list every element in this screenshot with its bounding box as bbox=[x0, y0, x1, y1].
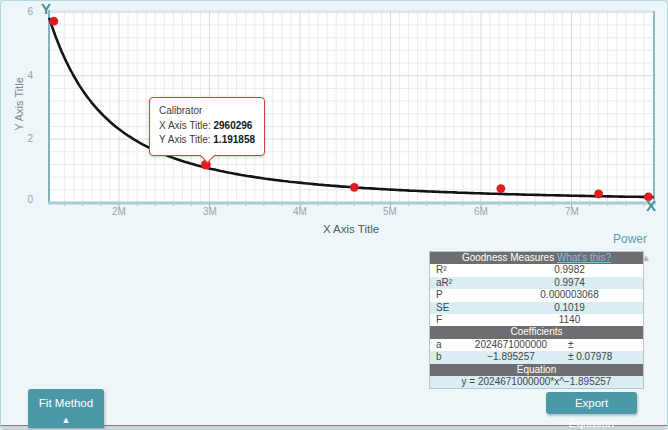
row-error: ± 2275000000000 bbox=[564, 339, 643, 351]
row-label: SE bbox=[430, 302, 496, 314]
data-point[interactable] bbox=[49, 17, 58, 26]
calibrator-tooltip: Calibrator X Axis Title: 2960296 Y Axis … bbox=[149, 97, 265, 156]
y-axis-drag-handle[interactable]: Y bbox=[41, 0, 51, 17]
data-point[interactable] bbox=[497, 184, 506, 193]
x-tick-7m: 7M bbox=[557, 206, 587, 217]
table-row-p: P 0.000003068 bbox=[430, 289, 643, 301]
table-row-coef-b: b −1.895257 ± 0.07978 bbox=[430, 351, 643, 363]
fit-method-button[interactable]: Fit Method ▲ bbox=[28, 389, 104, 428]
x-tick-5m: 5M bbox=[375, 206, 405, 217]
row-value: 0.1019 bbox=[496, 302, 643, 314]
row-label: F bbox=[430, 314, 496, 326]
coefficients-header: Coefficients bbox=[430, 326, 643, 338]
tooltip-x-value: 2960296 bbox=[213, 120, 252, 131]
tooltip-y-value: 1.191858 bbox=[213, 134, 255, 145]
data-point[interactable] bbox=[594, 190, 603, 199]
y-tick-2: 2 bbox=[13, 133, 33, 144]
fit-method-label: Fit Method bbox=[39, 397, 93, 409]
row-value: 0.9974 bbox=[496, 277, 643, 289]
row-error: ± 0.07978 bbox=[564, 351, 643, 363]
row-label: a bbox=[430, 339, 458, 351]
equation-header: Equation bbox=[430, 364, 643, 376]
whats-this-link[interactable]: What's this? bbox=[557, 252, 611, 263]
goodness-measures-header: Goodness Measures What's this? bbox=[430, 252, 643, 264]
x-tick-6m: 6M bbox=[466, 206, 496, 217]
plot-area bbox=[49, 11, 655, 203]
tooltip-x-row: X Axis Title: 2960296 bbox=[159, 119, 255, 134]
export-equation-button[interactable]: Export Equation bbox=[546, 392, 637, 414]
y-axis-title: Y Axis Title bbox=[13, 77, 25, 131]
row-label: aR² bbox=[430, 277, 496, 289]
x-axis-title: X Axis Title bbox=[323, 223, 379, 235]
table-row-ar2: aR² 0.9974 bbox=[430, 277, 643, 289]
table-row-coef-a: a 2024671000000 ± 2275000000000 bbox=[430, 339, 643, 351]
tooltip-title: Calibrator bbox=[159, 104, 255, 119]
results-panel: Goodness Measures What's this? R² 0.9982… bbox=[429, 251, 644, 389]
y-tick-0: 0 bbox=[13, 194, 33, 205]
row-label: R² bbox=[430, 264, 496, 276]
x-tick-3m: 3M bbox=[195, 206, 225, 217]
tooltip-y-label: Y Axis Title: bbox=[159, 134, 211, 145]
equation-text: y = 2024671000000*x^−1.895257 bbox=[430, 376, 643, 388]
data-point[interactable] bbox=[350, 183, 359, 192]
row-label: b bbox=[430, 351, 458, 363]
tooltip-y-row: Y Axis Title: 1.191858 bbox=[159, 133, 255, 148]
table-row-f: F 1140 bbox=[430, 314, 643, 326]
row-value: 0.9982 bbox=[496, 264, 643, 276]
tooltip-x-label: X Axis Title: bbox=[159, 120, 211, 131]
row-value: 2024671000000 bbox=[458, 339, 564, 351]
y-tick-6: 6 bbox=[13, 6, 33, 17]
x-axis-drag-handle[interactable]: X bbox=[646, 197, 656, 214]
row-label: P bbox=[430, 289, 496, 301]
x-tick-2m: 2M bbox=[104, 206, 134, 217]
row-value: 0.000003068 bbox=[496, 289, 643, 301]
table-row-r2: R² 0.9982 bbox=[430, 264, 643, 276]
x-tick-4m: 4M bbox=[285, 206, 315, 217]
row-value: −1.895257 bbox=[458, 351, 564, 363]
table-row-se: SE 0.1019 bbox=[430, 302, 643, 314]
fit-model-label: Power bbox=[613, 232, 647, 246]
curve-fit-widget: Y X 0 2 4 6 2M 3M 4M 5M 6M 7M Y Axis Tit… bbox=[0, 0, 668, 430]
goodness-measures-title: Goodness Measures bbox=[462, 252, 554, 263]
fit-method-arrow-icon: ▲ bbox=[28, 413, 104, 427]
row-value: 1140 bbox=[496, 314, 643, 326]
